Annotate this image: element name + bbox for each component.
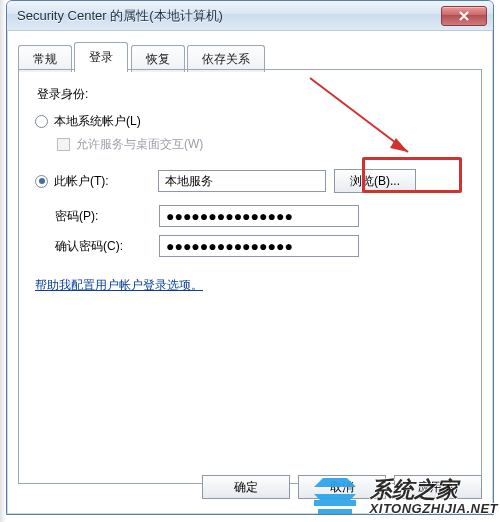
tabstrip: 常规 登录 恢复 依存关系 — [18, 42, 482, 70]
browse-button[interactable]: 浏览(B)... — [334, 169, 416, 193]
radio-this-account-label: 此帐户(T): — [54, 173, 158, 190]
checkbox-allow-desktop-label: 允许服务与桌面交互(W) — [76, 136, 203, 153]
account-input-value: 本地服务 — [165, 173, 213, 190]
logon-tabpage: 登录身份: 本地系统帐户(L) 允许服务与桌面交互(W) 此帐户(T): 本地服… — [18, 70, 482, 484]
account-input[interactable]: 本地服务 — [158, 170, 326, 192]
password-mask: ●●●●●●●●●●●●●●● — [166, 208, 293, 224]
radio-local-system[interactable] — [35, 115, 48, 128]
password-input[interactable]: ●●●●●●●●●●●●●●● — [159, 205, 359, 227]
tab-logon[interactable]: 登录 — [74, 42, 128, 72]
browse-button-label: 浏览(B)... — [350, 173, 400, 190]
radio-this-account[interactable] — [35, 175, 48, 188]
properties-window: Security Center 的属性(本地计算机) 常规 登录 恢复 依存关系… — [6, 0, 494, 515]
titlebar[interactable]: Security Center 的属性(本地计算机) — [7, 1, 493, 31]
radio-this-account-row[interactable]: 此帐户(T): 本地服务 浏览(B)... — [35, 169, 465, 193]
radio-local-system-label: 本地系统帐户(L) — [54, 113, 141, 130]
tab-dependencies[interactable]: 依存关系 — [187, 45, 265, 72]
tab-recovery[interactable]: 恢复 — [131, 45, 185, 72]
window-title: Security Center 的属性(本地计算机) — [17, 7, 441, 25]
confirm-mask: ●●●●●●●●●●●●●●● — [166, 238, 293, 254]
logon-as-label: 登录身份: — [37, 86, 465, 103]
confirm-input[interactable]: ●●●●●●●●●●●●●●● — [159, 235, 359, 257]
confirm-row: 确认密码(C): ●●●●●●●●●●●●●●● — [35, 235, 465, 257]
help-link[interactable]: 帮助我配置用户帐户登录选项。 — [35, 277, 203, 294]
confirm-label: 确认密码(C): — [55, 238, 159, 255]
password-label: 密码(P): — [55, 208, 159, 225]
tab-general[interactable]: 常规 — [18, 45, 72, 72]
checkbox-allow-desktop — [57, 138, 70, 151]
apply-button[interactable]: 应用(A) — [394, 475, 482, 499]
password-row: 密码(P): ●●●●●●●●●●●●●●● — [35, 205, 465, 227]
cancel-button[interactable]: 取消 — [298, 475, 386, 499]
button-bar: 确定 取消 应用(A) — [18, 475, 482, 507]
close-icon — [459, 11, 469, 21]
close-button[interactable] — [441, 6, 487, 26]
ok-button[interactable]: 确定 — [202, 475, 290, 499]
radio-local-system-row[interactable]: 本地系统帐户(L) — [35, 113, 465, 130]
allow-desktop-row: 允许服务与桌面交互(W) — [57, 136, 465, 153]
